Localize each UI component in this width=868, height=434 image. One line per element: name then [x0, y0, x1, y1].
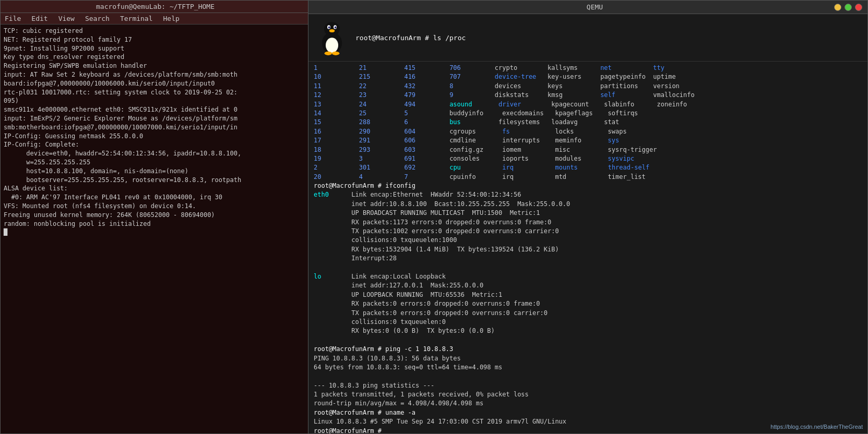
menu-file[interactable]: File — [3, 14, 23, 23]
left-terminal-text: TCP: cubic registered NET: Registered pr… — [4, 27, 307, 237]
left-terminal-title: macrofun@QemuLab: ~/TFTP_HOME — [96, 3, 215, 10]
left-terminal-menubar: File Edit View Search Terminal Help — [1, 13, 310, 25]
qemu-titlebar: QEMU — [308, 1, 867, 14]
menu-help[interactable]: Help — [161, 14, 182, 23]
svg-point-2 — [324, 22, 340, 35]
menu-search[interactable]: Search — [83, 14, 112, 23]
ls-proc-command: root@MacrofunArm # ls /proc — [355, 34, 466, 42]
close-button[interactable] — [855, 4, 862, 11]
left-terminal-titlebar: macrofun@QemuLab: ~/TFTP_HOME — [1, 1, 310, 13]
qemu-header: root@MacrofunArm # ls /proc — [308, 14, 867, 62]
menu-view[interactable]: View — [56, 14, 77, 23]
left-terminal-content: TCP: cubic registered NET: Registered pr… — [1, 25, 310, 433]
watermark: https://blog.csdn.net/BakerTheGreat — [770, 424, 863, 430]
maximize-button[interactable] — [845, 4, 852, 11]
qemu-title: QEMU — [355, 3, 834, 11]
minimize-button[interactable] — [834, 4, 841, 11]
qemu-terminal-output: 1 21 415 706 crypto kallsyms net tty 10 … — [314, 64, 862, 433]
svg-point-1 — [326, 38, 338, 53]
qemu-main-content: 1 21 415 706 crypto kallsyms net tty 10 … — [308, 62, 867, 433]
menu-edit[interactable]: Edit — [29, 14, 50, 23]
right-terminal-window: QEMU root@MacrofunArm — [308, 0, 868, 434]
qemu-initial-prompt: root@MacrofunArm # ls /proc — [355, 34, 466, 42]
svg-point-7 — [329, 29, 335, 32]
window-controls — [834, 4, 862, 11]
svg-point-5 — [328, 26, 330, 28]
svg-point-6 — [335, 26, 337, 28]
tux-logo-icon — [316, 19, 348, 56]
svg-point-9 — [332, 52, 339, 55]
menu-terminal[interactable]: Terminal — [118, 14, 155, 23]
left-terminal-window: macrofun@QemuLab: ~/TFTP_HOME File Edit … — [0, 0, 311, 434]
svg-point-8 — [325, 52, 332, 55]
